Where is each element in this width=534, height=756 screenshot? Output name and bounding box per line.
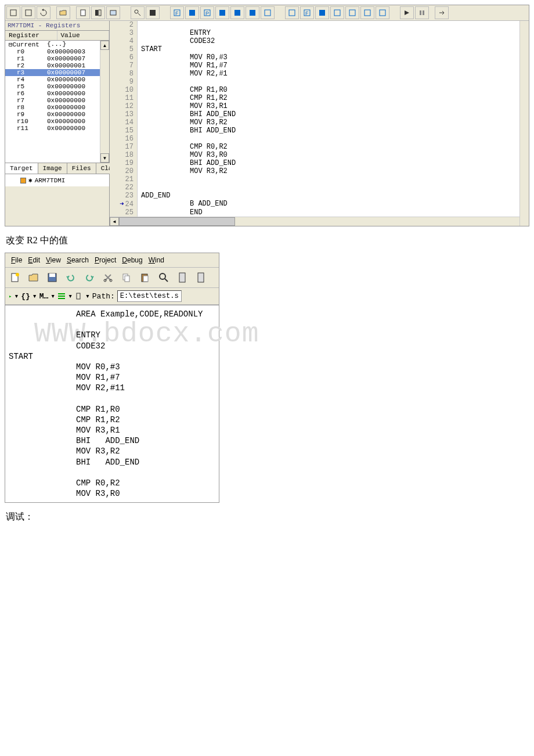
path-input[interactable]: E:\test\test.s bbox=[117, 290, 182, 302]
toolbar-button[interactable] bbox=[435, 6, 449, 19]
toolbar-button[interactable] bbox=[106, 6, 120, 19]
scroll-left-icon[interactable]: ◀ bbox=[110, 217, 119, 226]
registers-scrollbar[interactable]: ▲ ▼ bbox=[100, 41, 109, 163]
register-row[interactable]: r50x00000000 bbox=[5, 83, 100, 90]
tab-image[interactable]: Image bbox=[38, 163, 67, 174]
register-value: 0x00000000 bbox=[47, 118, 99, 125]
cut-button[interactable] bbox=[100, 270, 116, 285]
register-row[interactable]: r30x00000007 bbox=[5, 69, 100, 76]
list-icon[interactable] bbox=[57, 292, 66, 300]
code-editor[interactable]: WWW.bdocx.com AREA Example,CODE,READONLY… bbox=[5, 305, 219, 502]
toolbar-button[interactable] bbox=[315, 6, 329, 19]
line-number: 9 bbox=[110, 78, 138, 86]
toolbar-button[interactable]: F bbox=[300, 6, 314, 19]
code-line: MOV R3,R2 bbox=[9, 446, 215, 456]
toolbar-button[interactable] bbox=[131, 6, 145, 19]
toolbar-button[interactable]: F bbox=[170, 6, 184, 19]
dropdown-icon[interactable]: ▾ bbox=[50, 291, 55, 301]
memory-icon[interactable]: M… bbox=[39, 292, 49, 301]
refresh-button[interactable] bbox=[37, 6, 50, 19]
line-code: MOV R3,R2 bbox=[52, 446, 120, 456]
menu-wind[interactable]: Wind bbox=[146, 255, 167, 265]
svg-rect-14 bbox=[219, 10, 225, 16]
tab-files[interactable]: Files bbox=[67, 163, 96, 174]
scroll-down-icon[interactable]: ▼ bbox=[100, 153, 109, 163]
tool-icon[interactable] bbox=[75, 292, 83, 300]
toolbar-button[interactable] bbox=[415, 6, 429, 19]
register-row[interactable]: r60x00000000 bbox=[5, 90, 100, 97]
dropdown-icon[interactable]: ▾ bbox=[68, 291, 73, 301]
register-row[interactable]: r70x00000000 bbox=[5, 97, 100, 104]
toolbar-button[interactable] bbox=[400, 6, 414, 19]
register-row[interactable]: r20x00000001 bbox=[5, 62, 100, 69]
code-line: BHI ADD_END bbox=[9, 457, 215, 467]
new-button[interactable] bbox=[8, 270, 23, 285]
code-line: BHI ADD_END bbox=[9, 435, 215, 446]
tab-target[interactable]: Target bbox=[5, 163, 38, 174]
arrow-icon: ▸ bbox=[9, 293, 12, 300]
register-row[interactable]: r80x00000000 bbox=[5, 104, 100, 111]
find-button[interactable] bbox=[156, 270, 171, 285]
open-button[interactable] bbox=[56, 6, 70, 19]
code-editor[interactable]: 23 ENTRY4 CODE325START6 MOV R0,#37 MOV R… bbox=[110, 21, 519, 217]
code-line: ENTRY bbox=[9, 330, 215, 340]
save-button[interactable] bbox=[45, 270, 60, 285]
braces-icon[interactable]: {} bbox=[21, 292, 30, 301]
vertical-scrollbar[interactable] bbox=[519, 21, 529, 226]
scroll-up-icon[interactable]: ▲ bbox=[100, 41, 109, 50]
line-label bbox=[9, 488, 52, 499]
register-row[interactable]: r90x00000000 bbox=[5, 111, 100, 118]
open-button[interactable] bbox=[26, 270, 41, 285]
register-row[interactable]: r10x00000007 bbox=[5, 55, 100, 62]
panel-tabs: TargetImageFilesClass bbox=[5, 163, 109, 174]
undo-button[interactable] bbox=[63, 270, 78, 285]
toolbar-button[interactable] bbox=[285, 6, 299, 19]
toolbar-button[interactable] bbox=[376, 6, 389, 19]
register-row[interactable]: r110x00000000 bbox=[5, 125, 100, 132]
menu-search[interactable]: Search bbox=[64, 255, 91, 265]
toolbar-button[interactable] bbox=[215, 6, 229, 19]
toolbar-button[interactable] bbox=[360, 6, 374, 19]
register-row[interactable]: r00x00000003 bbox=[5, 48, 100, 55]
horizontal-scrollbar[interactable]: ◀ bbox=[110, 217, 519, 226]
toolbar-button[interactable] bbox=[261, 6, 275, 19]
code-line: 20 MOV R3,R2 bbox=[110, 167, 519, 175]
dropdown-icon[interactable]: ▾ bbox=[14, 291, 19, 301]
toolbar-button[interactable] bbox=[193, 270, 208, 285]
toolbar-button[interactable] bbox=[175, 270, 190, 285]
line-code: MOV R3,R2 bbox=[190, 167, 519, 175]
register-row[interactable]: r100x00000000 bbox=[5, 118, 100, 125]
paste-button[interactable] bbox=[138, 270, 153, 285]
menu-project[interactable]: Project bbox=[92, 255, 118, 265]
toolbar-button[interactable] bbox=[91, 6, 105, 19]
menu-file[interactable]: File bbox=[9, 255, 24, 265]
toolbar-button[interactable] bbox=[146, 6, 160, 19]
toolbar-button[interactable] bbox=[6, 6, 20, 19]
register-row[interactable]: r40x00000000 bbox=[5, 76, 100, 83]
dropdown-icon[interactable]: ▾ bbox=[33, 291, 37, 301]
line-label bbox=[138, 62, 190, 70]
menu-edit[interactable]: Edit bbox=[26, 255, 42, 265]
line-code: BHI ADD_END bbox=[52, 457, 139, 467]
register-row[interactable]: ⊟Current{...} bbox=[5, 41, 100, 48]
toolbar-button[interactable]: P bbox=[200, 6, 214, 19]
toolbar-button[interactable] bbox=[330, 6, 344, 19]
toolbar-button[interactable] bbox=[230, 6, 244, 19]
toolbar-button[interactable] bbox=[76, 6, 90, 19]
copy-button[interactable] bbox=[119, 270, 134, 285]
path-bar: ▸ ▾ {} ▾ M… ▾ ▾ ▾ Path: E:\test\test.s bbox=[5, 288, 219, 305]
code-line: MOV R3,R1 bbox=[9, 425, 215, 435]
menu-debug[interactable]: Debug bbox=[120, 255, 145, 265]
tree-item-arm7[interactable]: ✱ ARM7TDMI bbox=[11, 177, 103, 184]
line-code bbox=[190, 135, 519, 143]
toolbar-button[interactable] bbox=[345, 6, 359, 19]
dropdown-icon[interactable]: ▾ bbox=[85, 291, 90, 301]
menu-view[interactable]: View bbox=[44, 255, 63, 265]
code-line: 15 BHI ADD_END bbox=[110, 127, 519, 135]
toolbar-button[interactable] bbox=[185, 6, 199, 19]
redo-button[interactable] bbox=[82, 270, 97, 285]
toolbar-button[interactable] bbox=[246, 6, 259, 19]
ide-debug-window: F P F RM7TDMI - Registers Register Value bbox=[5, 5, 529, 226]
toolbar-button[interactable] bbox=[21, 6, 35, 19]
register-value: 0x00000000 bbox=[47, 104, 99, 111]
